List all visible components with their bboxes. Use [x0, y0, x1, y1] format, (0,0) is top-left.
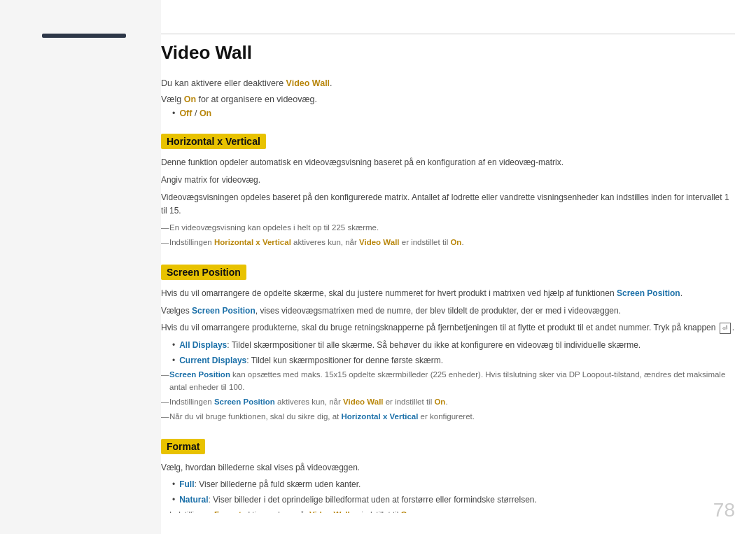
sp-bullet1: All Displays: Tildel skærmpositioner til…: [172, 339, 735, 352]
sidebar: [0, 0, 161, 534]
heading-screen-position: Screen Position: [161, 265, 246, 280]
format-note1: Indstillingen Format aktiveres kun, når …: [161, 509, 735, 513]
page-number: 78: [713, 499, 735, 521]
hv-note2: Indstillingen Horizontal x Vertical akti…: [161, 237, 735, 249]
intro-bold1: Video Wall: [286, 78, 330, 88]
sp-bullet2-text: Current Displays: Tildel kun skærmpositi…: [179, 354, 443, 367]
sp-para1: Hvis du vil omarrangere de opdelte skærm…: [161, 287, 735, 301]
sp-para2: Vælges Screen Position, vises videovægsm…: [161, 304, 735, 318]
intro-block: Du kan aktivere eller deaktivere Video W…: [161, 76, 735, 118]
sp-para3: Hvis du vil omarrangere produkterne, ska…: [161, 321, 735, 335]
format-bullet2-text: Natural: Viser billeder i det oprindelig…: [179, 493, 537, 507]
section-horizontal-vertical: Horizontal x Vertical Denne funktion opd…: [161, 122, 735, 249]
intro-line1: Du kan aktivere eller deaktivere Video W…: [161, 76, 735, 90]
intro-period1: .: [330, 78, 332, 88]
hv-note1: En videovægsvisning kan opdeles i helt o…: [161, 222, 735, 234]
heading-horizontal-vertical: Horizontal x Vertical: [161, 134, 266, 149]
intro-bullet: Off / On: [172, 108, 735, 118]
intro-text1: Du kan aktivere eller deaktivere: [161, 78, 286, 88]
sp-bullet2: Current Displays: Tildel kun skærmpositi…: [172, 354, 735, 367]
sp-bullet1-text: All Displays: Tildel skærmpositioner til…: [179, 339, 640, 352]
intro-bold2: On: [184, 94, 196, 104]
format-para1: Vælg, hvordan billederne skal vises på v…: [161, 461, 735, 475]
bullet-off-on: Off / On: [179, 108, 211, 118]
section-screen-position: Screen Position Hvis du vil omarrangere …: [161, 253, 735, 423]
sp-note1: Screen Position kan opsættes med maks. 1…: [161, 369, 735, 394]
section-format: Format Vælg, hvordan billederne skal vis…: [161, 428, 735, 513]
main-content: Video Wall Du kan aktivere eller deaktiv…: [161, 42, 735, 513]
sp-note3: Når du vil bruge funktionen, skal du sik…: [161, 411, 735, 423]
intro-text2a: Vælg: [161, 94, 184, 104]
hv-para1: Denne funktion opdeler automatisk en vid…: [161, 156, 735, 170]
sidebar-accent: [42, 34, 126, 38]
format-bullet1: Full: Viser billederne på fuld skærm ude…: [172, 478, 735, 491]
hv-para2: Angiv matrix for videovæg.: [161, 174, 735, 188]
page-title: Video Wall: [161, 42, 735, 64]
intro-text2b: for at organisere en videovæg.: [196, 94, 317, 104]
hv-para3: Videovægsvisningen opdeles baseret på de…: [161, 191, 735, 219]
button-icon: ⏎: [720, 323, 731, 334]
intro-line2: Vælg On for at organisere en videovæg.: [161, 92, 735, 106]
format-bullet2: Natural: Viser billeder i det oprindelig…: [172, 493, 735, 507]
format-bullet1-text: Full: Viser billederne på fuld skærm ude…: [179, 478, 360, 491]
sp-note2: Indstillingen Screen Position aktiveres …: [161, 396, 735, 409]
heading-format: Format: [161, 439, 205, 454]
top-rule: [161, 34, 735, 34]
